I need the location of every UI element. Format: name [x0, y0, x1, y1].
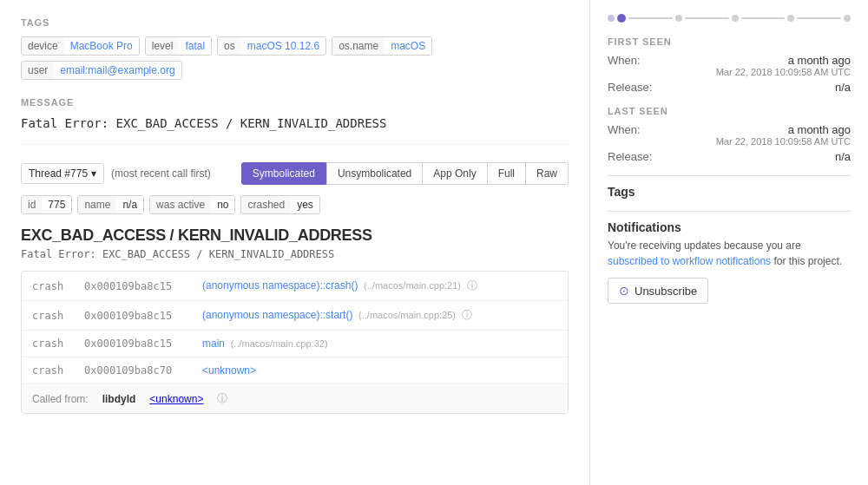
notifications-text: You're receiving updates because you are… [608, 238, 851, 269]
meta-was-active-key: was active [150, 196, 211, 213]
stack-func-1[interactable]: (anonymous namespace)::crash() (../macos… [202, 279, 557, 293]
stack-func-3[interactable]: main (../macos/main.cpp:32) [202, 338, 557, 350]
last-seen-release-row: Release: n/a [608, 150, 851, 163]
tag-user[interactable]: user email:mail@example.org [21, 61, 182, 80]
last-seen-when-value: a month ago Mar 22, 2018 10:09:58 AM UTC [716, 123, 851, 147]
side-tags-label: Tags [608, 185, 851, 199]
tag-device[interactable]: device MacBook Pro [21, 36, 140, 56]
chevron-down-icon: ▾ [91, 167, 96, 180]
main-panel: TAGS device MacBook Pro level fatal os m… [0, 0, 590, 485]
tag-level[interactable]: level fatal [145, 36, 212, 56]
tag-device-value: MacBook Pro [64, 37, 139, 55]
last-seen-when-label: When: [608, 123, 641, 136]
stack-addr-2: 0x000109ba8c15 [84, 310, 188, 322]
info-icon-called[interactable]: ⓘ [217, 391, 227, 406]
timeline-line-2 [685, 17, 729, 19]
tag-os[interactable]: os macOS 10.12.6 [217, 36, 326, 56]
tags-row-1: device MacBook Pro level fatal os macOS … [21, 36, 569, 56]
divider-2 [608, 211, 851, 212]
timeline-dot-5 [787, 15, 794, 22]
tags-section: TAGS device MacBook Pro level fatal os m… [21, 17, 569, 80]
timeline-line-4 [797, 17, 841, 19]
tag-level-key: level [146, 37, 180, 55]
tags-label: TAGS [21, 17, 569, 28]
thread-controls: Thread #775 ▾ (most recent call first) S… [21, 162, 569, 185]
tag-osname[interactable]: os.name macOS [332, 36, 432, 56]
timeline-dot-2 [617, 14, 626, 23]
divider-1 [608, 175, 851, 176]
workflow-notifications-link[interactable]: subscribed to workflow notifications [608, 255, 771, 267]
btn-full[interactable]: Full [488, 162, 526, 185]
meta-name-value: n/a [116, 196, 143, 213]
thread-hint: (most recent call first) [111, 167, 211, 180]
info-icon-2[interactable]: ⓘ [462, 309, 472, 321]
unsubscribe-button[interactable]: ⊙ Unsubscribe [608, 278, 708, 304]
stack-row: crash 0x000109ba8c70 <unknown> [22, 357, 568, 384]
tag-os-key: os [218, 37, 241, 55]
called-from-row: Called from: libdyld <unknown> ⓘ [22, 384, 568, 413]
meta-id: id 775 [21, 195, 72, 214]
timeline-dot-1 [608, 15, 615, 22]
meta-name: name n/a [77, 195, 144, 214]
last-seen-section: LAST SEEN When: a month ago Mar 22, 2018… [608, 106, 851, 163]
meta-crashed-key: crashed [241, 196, 291, 213]
meta-name-key: name [78, 196, 116, 213]
stack-func-link-3[interactable]: main [202, 338, 225, 350]
first-seen-when-value: a month ago Mar 22, 2018 10:09:58 AM UTC [716, 54, 851, 77]
last-seen-release-value: n/a [835, 150, 851, 163]
first-seen-release-value: n/a [835, 81, 851, 94]
tag-user-value: email:mail@example.org [54, 62, 181, 79]
message-text: Fatal Error: EXC_BAD_ACCESS / KERN_INVAL… [21, 116, 569, 130]
btn-raw[interactable]: Raw [526, 162, 569, 185]
stack-lib-4: crash [32, 364, 70, 377]
thread-select[interactable]: Thread #775 ▾ [21, 163, 104, 184]
last-seen-release-label: Release: [608, 150, 652, 163]
called-from-func[interactable]: <unknown> [149, 393, 203, 405]
stack-row: crash 0x000109ba8c15 main (../macos/main… [22, 331, 568, 357]
last-seen-label: LAST SEEN [608, 106, 851, 116]
first-seen-label: FIRST SEEN [608, 36, 851, 47]
thread-select-label: Thread #775 [29, 167, 88, 180]
stack-lib-2: crash [32, 310, 70, 322]
first-seen-release-row: Release: n/a [608, 81, 851, 94]
stack-func-link-1[interactable]: (anonymous namespace)::crash() [202, 279, 358, 292]
first-seen-release-label: Release: [608, 81, 652, 94]
stack-func-link-4[interactable]: <unknown> [202, 364, 256, 377]
notifications-label: Notifications [608, 220, 851, 234]
btn-app-only[interactable]: App Only [423, 162, 487, 185]
btn-unsymbolicated[interactable]: Unsymbolicated [326, 162, 423, 185]
btn-symbolicated[interactable]: Symbolicated [241, 162, 326, 185]
stack-row: crash 0x000109ba8c15 (anonymous namespac… [22, 301, 568, 331]
stack-trace-section: EXC_BAD_ACCESS / KERN_INVALID_ADDRESS Fa… [21, 226, 569, 414]
timeline-dot-3 [675, 15, 682, 22]
tag-osname-value: macOS [385, 37, 431, 55]
timeline-dot-4 [732, 15, 739, 22]
stack-lib-1: crash [32, 280, 70, 292]
first-seen-when-row: When: a month ago Mar 22, 2018 10:09:58 … [608, 54, 851, 77]
stack-title: EXC_BAD_ACCESS / KERN_INVALID_ADDRESS [21, 226, 569, 245]
side-panel: FIRST SEEN When: a month ago Mar 22, 201… [590, 0, 868, 485]
stack-addr-4: 0x000109ba8c70 [84, 364, 188, 377]
stack-func-4[interactable]: <unknown> [202, 364, 557, 377]
meta-id-key: id [22, 196, 42, 213]
side-tags-section: Tags [608, 185, 851, 199]
stack-func-2[interactable]: (anonymous namespace)::start() (../macos… [202, 308, 557, 323]
stack-addr-3: 0x000109ba8c15 [84, 338, 188, 350]
tag-osname-key: os.name [332, 37, 385, 55]
thread-meta: id 775 name n/a was active no crashed ye… [21, 195, 569, 214]
first-seen-when-label: When: [608, 54, 641, 67]
stack-subtitle: Fatal Error: EXC_BAD_ACCESS / KERN_INVAL… [21, 248, 569, 260]
called-from-label: Called from: [32, 393, 89, 405]
meta-crashed-value: yes [291, 196, 319, 213]
info-icon-1[interactable]: ⓘ [467, 279, 477, 292]
stack-table: crash 0x000109ba8c15 (anonymous namespac… [21, 271, 569, 414]
notifications-section: Notifications You're receiving updates b… [608, 220, 851, 304]
tags-row-2: user email:mail@example.org [21, 61, 569, 80]
message-section: MESSAGE Fatal Error: EXC_BAD_ACCESS / KE… [21, 97, 569, 145]
tag-level-value: fatal [179, 37, 211, 55]
called-from-lib: libdyld [102, 393, 136, 405]
timeline-dot-6 [844, 15, 851, 22]
stack-func-link-2[interactable]: (anonymous namespace)::start() [202, 309, 352, 321]
wifi-icon: ⊙ [619, 284, 629, 298]
timeline-line-3 [741, 17, 786, 19]
